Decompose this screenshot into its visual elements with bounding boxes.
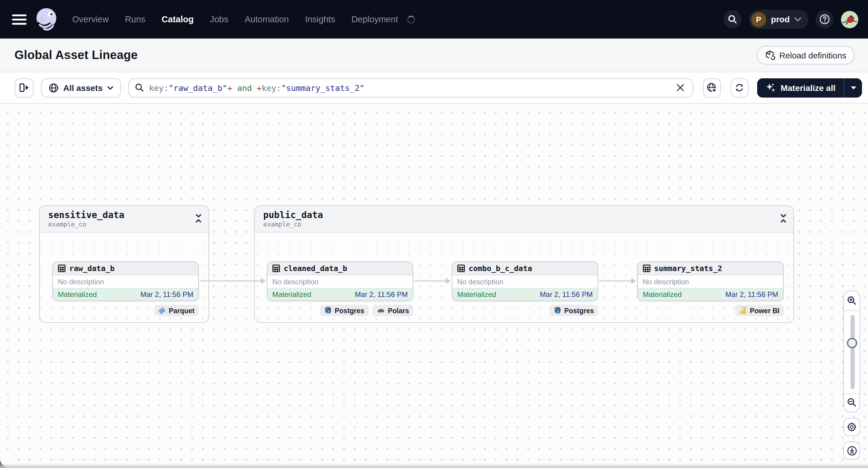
window-bottom-edge	[0, 463, 868, 468]
zoom-slider-thumb[interactable]	[847, 338, 857, 348]
asset-filter-input[interactable]: key:"raw_data_b"+ and +key:"summary_stat…	[129, 78, 693, 97]
asset-node-combo-b-c-data[interactable]: combo_b_c_data No description Materializ…	[452, 261, 598, 301]
globe-icon	[49, 83, 58, 92]
asset-node-header: summary_stats_2	[638, 262, 783, 275]
nav-item-overview[interactable]: Overview	[72, 14, 109, 24]
query-token: "raw_data_b"	[169, 83, 227, 92]
asset-name: cleaned_data_b	[284, 264, 347, 273]
asset-status-row: Materialized Mar 2, 11:56 PM	[53, 288, 198, 301]
asset-node-summary-stats-2[interactable]: summary_stats_2 No description Materiali…	[637, 261, 784, 301]
asset-tags-raw-data-b: Parquet	[53, 305, 199, 316]
download-image-button[interactable]	[843, 441, 860, 460]
user-avatar[interactable]	[841, 10, 858, 28]
deployment-switcher[interactable]: P prod	[749, 10, 808, 29]
asset-scope-label: All assets	[63, 83, 103, 92]
question-circle-icon	[819, 14, 830, 25]
asset-node-header: combo_b_c_data	[453, 262, 597, 275]
asset-status-row: Materialized Mar 2, 11:56 PM	[638, 288, 783, 301]
collapse-group-icon[interactable]	[194, 214, 203, 223]
polars-icon	[376, 307, 385, 314]
table-icon	[58, 264, 66, 272]
reload-cube-icon	[765, 50, 775, 60]
materialization-timestamp[interactable]: Mar 2, 11:56 PM	[725, 290, 778, 299]
caret-down-icon	[850, 86, 856, 89]
nav-item-deployment[interactable]: Deployment	[351, 14, 398, 24]
lineage-canvas[interactable]: sensitive_data example_co public_data ex…	[0, 103, 868, 468]
table-icon	[643, 264, 651, 272]
materialize-all-button[interactable]: Materialize all	[757, 78, 844, 97]
download-circle-icon	[847, 445, 857, 456]
kind-tag-polars[interactable]: Polars	[372, 305, 413, 316]
nav-right-cluster: P prod	[716, 10, 858, 29]
group-header[interactable]: sensitive_data example_co	[40, 206, 209, 232]
reload-definitions-button[interactable]: Reload definitions	[756, 46, 855, 64]
hamburger-menu-icon[interactable]	[12, 14, 27, 24]
open-left-panel-button[interactable]	[14, 78, 34, 97]
panel-expand-icon	[19, 83, 29, 92]
nav-item-jobs[interactable]: Jobs	[210, 14, 228, 24]
asset-node-raw-data-b[interactable]: raw_data_b No description Materialized M…	[53, 261, 199, 301]
collapse-group-icon[interactable]	[779, 214, 787, 223]
tag-label: Postgres	[564, 307, 594, 314]
kind-tag-parquet[interactable]: Parquet	[154, 305, 199, 316]
group-subtitle: example_co	[48, 220, 201, 228]
asset-node-header: cleaned_data_b	[268, 262, 413, 275]
top-nav: Overview Runs Catalog Jobs Automation In…	[0, 0, 868, 38]
asset-node-cleaned-data-b[interactable]: cleaned_data_b No description Materializ…	[267, 261, 413, 301]
chevron-down-icon	[795, 17, 801, 21]
cardinal-avatar-image	[841, 10, 858, 28]
close-icon	[677, 84, 684, 92]
refresh-button[interactable]	[731, 78, 749, 97]
query-token: key:	[262, 83, 281, 92]
nav-menu: Overview Runs Catalog Jobs Automation In…	[72, 14, 415, 24]
zoom-out-icon	[847, 398, 857, 407]
nav-item-insights[interactable]: Insights	[305, 14, 335, 24]
nav-item-runs[interactable]: Runs	[125, 14, 146, 24]
status-badge: Materialized	[643, 290, 682, 299]
chevron-down-icon	[107, 86, 114, 89]
table-icon	[457, 264, 465, 272]
kind-tag-powerbi[interactable]: Power BI	[735, 305, 784, 316]
zoom-controls	[843, 290, 860, 413]
query-token: and	[232, 83, 257, 92]
refresh-icon	[735, 83, 745, 93]
asset-description: No description	[453, 275, 597, 288]
materialize-options-button[interactable]	[844, 78, 862, 97]
tag-label: Power BI	[750, 307, 779, 314]
loading-spinner-icon	[407, 15, 415, 23]
status-badge: Materialized	[457, 290, 496, 299]
help-button[interactable]	[815, 10, 834, 28]
asset-description: No description	[53, 275, 198, 288]
materialization-timestamp[interactable]: Mar 2, 11:56 PM	[355, 290, 408, 299]
clear-filter-button[interactable]	[674, 81, 687, 94]
kind-tag-postgres[interactable]: Postgres	[549, 305, 598, 316]
table-icon	[272, 264, 280, 272]
kind-tag-postgres[interactable]: Postgres	[319, 305, 368, 316]
asset-status-row: Materialized Mar 2, 11:56 PM	[268, 288, 413, 301]
nav-item-automation[interactable]: Automation	[245, 14, 289, 24]
powerbi-icon	[739, 307, 747, 314]
postgres-icon	[554, 307, 561, 314]
zoom-in-button[interactable]	[844, 291, 860, 310]
graph-settings-button[interactable]	[843, 418, 860, 436]
page-title: Global Asset Lineage	[14, 48, 137, 62]
group-header[interactable]: public_data example_co	[255, 206, 793, 232]
zoom-slider-track[interactable]	[850, 315, 855, 389]
parquet-icon	[158, 307, 166, 314]
deployment-initial-badge: P	[751, 12, 766, 27]
status-badge: Materialized	[58, 290, 97, 299]
dagster-logo-icon[interactable]	[34, 7, 59, 32]
lineage-toolbar: All assets key:"raw_data_b"+ and +key:"s…	[0, 72, 868, 103]
group-subtitle: example_co	[263, 220, 786, 228]
materialization-timestamp[interactable]: Mar 2, 11:56 PM	[141, 290, 193, 299]
nav-item-catalog[interactable]: Catalog	[162, 14, 194, 24]
page-header: Global Asset Lineage Reload definitions	[0, 38, 868, 72]
asset-scope-dropdown[interactable]: All assets	[41, 78, 121, 97]
materialization-timestamp[interactable]: Mar 2, 11:56 PM	[540, 290, 593, 299]
new-asset-selection-button[interactable]	[703, 78, 721, 97]
tag-label: Parquet	[169, 307, 194, 314]
zoom-out-button[interactable]	[844, 393, 860, 412]
query-token: "summary_stats_2"	[281, 83, 365, 92]
query-token: +	[257, 83, 261, 92]
global-search-button[interactable]	[723, 10, 742, 28]
